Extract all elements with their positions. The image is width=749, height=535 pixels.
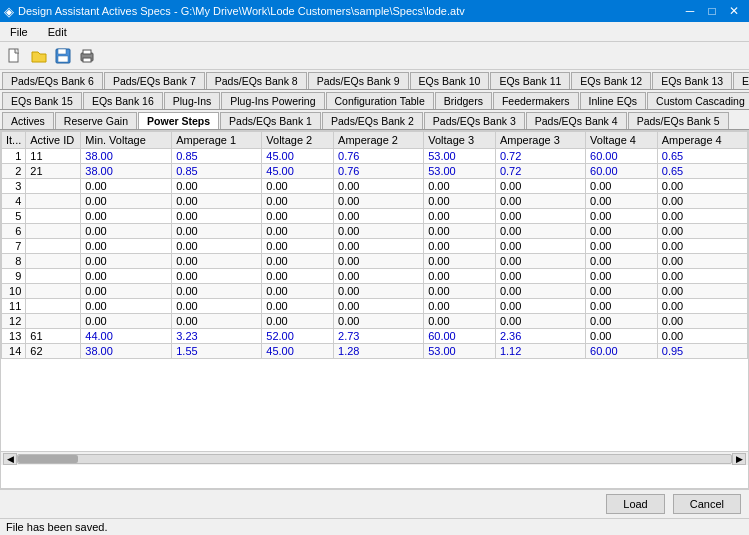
cell-volt4[interactable]: 0.00: [586, 194, 658, 209]
table-row[interactable]: 120.000.000.000.000.000.000.000.00: [2, 314, 748, 329]
cell-amp4[interactable]: 0.00: [657, 224, 747, 239]
toolbar-new[interactable]: [4, 45, 26, 67]
cell-volt2[interactable]: 0.00: [262, 269, 334, 284]
cell-volt3[interactable]: 53.00: [424, 164, 496, 179]
tab-pads-bank6[interactable]: Pads/EQs Bank 6: [2, 72, 103, 89]
scroll-right-arrow[interactable]: ▶: [732, 453, 746, 465]
cell-volt4[interactable]: 60.00: [586, 164, 658, 179]
cell-amp4[interactable]: 0.00: [657, 269, 747, 284]
cell-min-voltage[interactable]: 0.00: [81, 314, 172, 329]
cell-volt4[interactable]: 0.00: [586, 299, 658, 314]
cell-volt2[interactable]: 0.00: [262, 209, 334, 224]
cell-volt3[interactable]: 0.00: [424, 254, 496, 269]
cell-amp1[interactable]: 0.00: [172, 254, 262, 269]
cell-amp4[interactable]: 0.65: [657, 149, 747, 164]
table-row[interactable]: 50.000.000.000.000.000.000.000.00: [2, 209, 748, 224]
cell-amp4[interactable]: 0.00: [657, 179, 747, 194]
horizontal-scrollbar[interactable]: ◀ ▶: [1, 451, 748, 465]
cell-amp3[interactable]: 0.00: [495, 179, 585, 194]
cell-amp3[interactable]: 0.00: [495, 194, 585, 209]
cell-amp4[interactable]: 0.95: [657, 344, 747, 359]
scroll-left-arrow[interactable]: ◀: [3, 453, 17, 465]
cell-amp1[interactable]: 0.00: [172, 194, 262, 209]
menu-edit[interactable]: Edit: [42, 24, 73, 40]
tab-pads-bank3[interactable]: Pads/EQs Bank 3: [424, 112, 525, 129]
cell-id[interactable]: [26, 179, 81, 194]
cell-amp4[interactable]: 0.00: [657, 254, 747, 269]
cell-amp4[interactable]: 0.00: [657, 299, 747, 314]
toolbar-save[interactable]: [52, 45, 74, 67]
cell-volt2[interactable]: 0.00: [262, 314, 334, 329]
cell-amp4[interactable]: 0.00: [657, 239, 747, 254]
cell-id[interactable]: [26, 239, 81, 254]
cell-id[interactable]: 11: [26, 149, 81, 164]
tab-eqs-bank10[interactable]: EQs Bank 10: [410, 72, 490, 89]
cell-volt3[interactable]: 0.00: [424, 224, 496, 239]
cell-amp1[interactable]: 0.00: [172, 209, 262, 224]
tab-pads-bank7[interactable]: Pads/EQs Bank 7: [104, 72, 205, 89]
cell-id[interactable]: 61: [26, 329, 81, 344]
table-row[interactable]: 100.000.000.000.000.000.000.000.00: [2, 284, 748, 299]
cell-volt3[interactable]: 0.00: [424, 299, 496, 314]
cell-amp4[interactable]: 0.65: [657, 164, 747, 179]
tab-inline-eqs[interactable]: Inline EQs: [580, 92, 646, 109]
cell-amp2[interactable]: 0.00: [334, 209, 424, 224]
cell-amp1[interactable]: 0.00: [172, 239, 262, 254]
cell-amp1[interactable]: 0.00: [172, 284, 262, 299]
cell-volt2[interactable]: 0.00: [262, 284, 334, 299]
cell-min-voltage[interactable]: 38.00: [81, 164, 172, 179]
tab-pads-bank9[interactable]: Pads/EQs Bank 9: [308, 72, 409, 89]
cell-volt3[interactable]: 0.00: [424, 209, 496, 224]
tab-plug-ins-powering[interactable]: Plug-Ins Powering: [221, 92, 324, 109]
cell-amp2[interactable]: 0.76: [334, 149, 424, 164]
maximize-button[interactable]: □: [701, 0, 723, 22]
cell-id[interactable]: 62: [26, 344, 81, 359]
cell-amp2[interactable]: 2.73: [334, 329, 424, 344]
cell-it[interactable]: 2: [2, 164, 26, 179]
cell-volt2[interactable]: 0.00: [262, 194, 334, 209]
cell-it[interactable]: 14: [2, 344, 26, 359]
cell-volt4[interactable]: 0.00: [586, 314, 658, 329]
cell-id[interactable]: [26, 284, 81, 299]
table-row[interactable]: 11138.000.8545.000.7653.000.7260.000.65: [2, 149, 748, 164]
cell-amp3[interactable]: 0.00: [495, 269, 585, 284]
cell-amp3[interactable]: 0.00: [495, 209, 585, 224]
cell-min-voltage[interactable]: 0.00: [81, 194, 172, 209]
tab-eqs-bank11[interactable]: EQs Bank 11: [490, 72, 570, 89]
cell-volt4[interactable]: 0.00: [586, 209, 658, 224]
cell-min-voltage[interactable]: 0.00: [81, 299, 172, 314]
cell-amp1[interactable]: 0.00: [172, 314, 262, 329]
cell-volt4[interactable]: 0.00: [586, 269, 658, 284]
cell-it[interactable]: 5: [2, 209, 26, 224]
tab-pads-bank5[interactable]: Pads/EQs Bank 5: [628, 112, 729, 129]
table-row[interactable]: 70.000.000.000.000.000.000.000.00: [2, 239, 748, 254]
cell-id[interactable]: [26, 209, 81, 224]
cell-amp1[interactable]: 0.00: [172, 299, 262, 314]
cell-volt4[interactable]: 60.00: [586, 149, 658, 164]
cell-volt2[interactable]: 45.00: [262, 344, 334, 359]
cell-volt2[interactable]: 45.00: [262, 164, 334, 179]
cell-volt4[interactable]: 0.00: [586, 239, 658, 254]
table-scroll-area[interactable]: It... Active ID Min. Voltage Amperage 1 …: [1, 131, 748, 451]
cell-amp4[interactable]: 0.00: [657, 194, 747, 209]
tab-eqs-bank12[interactable]: EQs Bank 12: [571, 72, 651, 89]
scroll-track[interactable]: [17, 454, 732, 464]
cell-amp3[interactable]: 0.00: [495, 254, 585, 269]
cell-amp3[interactable]: 0.00: [495, 224, 585, 239]
cell-min-voltage[interactable]: 0.00: [81, 239, 172, 254]
scroll-thumb[interactable]: [18, 455, 78, 463]
toolbar-print[interactable]: [76, 45, 98, 67]
cell-it[interactable]: 4: [2, 194, 26, 209]
cell-it[interactable]: 7: [2, 239, 26, 254]
cell-it[interactable]: 6: [2, 224, 26, 239]
cell-amp1[interactable]: 3.23: [172, 329, 262, 344]
cell-volt3[interactable]: 0.00: [424, 314, 496, 329]
cell-id[interactable]: [26, 254, 81, 269]
cell-volt4[interactable]: 0.00: [586, 284, 658, 299]
cell-amp3[interactable]: 0.00: [495, 299, 585, 314]
cell-volt3[interactable]: 0.00: [424, 269, 496, 284]
cell-amp3[interactable]: 2.36: [495, 329, 585, 344]
cell-volt3[interactable]: 60.00: [424, 329, 496, 344]
cell-amp2[interactable]: 0.00: [334, 254, 424, 269]
cell-id[interactable]: [26, 314, 81, 329]
